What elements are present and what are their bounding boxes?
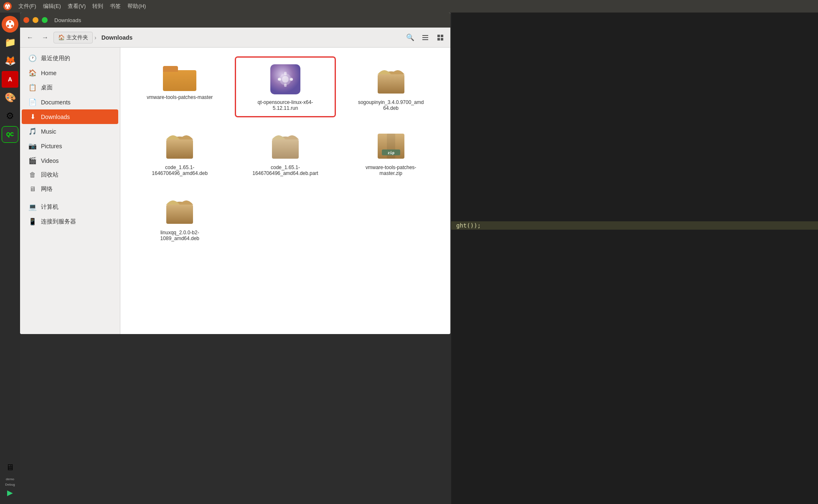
dock-firefox[interactable]: 🦊 xyxy=(2,53,18,69)
sidebar-item-desktop[interactable]: 📋 桌面 xyxy=(22,80,118,95)
dock-debug-area: 🖥 demo Debug ▶ xyxy=(2,459,18,497)
menu-bookmarks[interactable]: 书签 xyxy=(110,3,121,10)
documents-icon: 📄 xyxy=(28,98,37,106)
search-button[interactable]: 🔍 xyxy=(404,31,417,44)
svg-rect-18 xyxy=(284,72,287,75)
code-line-highlight: ght()); xyxy=(451,221,818,230)
forward-button[interactable]: → xyxy=(38,31,52,44)
downloads-icon: ⬇ xyxy=(28,113,37,121)
toolbar-right: 🔍 xyxy=(404,31,447,44)
list-view-button[interactable] xyxy=(419,31,432,44)
file-label-vmware-zip: vmware-tools-patches-master.zip xyxy=(358,165,424,176)
svg-rect-28 xyxy=(272,139,299,159)
file-label-code-deb: code_1.65.1-1646706496_amd64.deb xyxy=(146,165,213,176)
file-label-vmware-folder: vmware-tools-patches-master xyxy=(147,94,213,100)
svg-point-3 xyxy=(8,7,10,8)
file-item-linuxqq[interactable]: linuxqq_2.0.0-b2-1089_amd64.deb xyxy=(130,188,229,246)
file-item-vmware-zip[interactable]: zip vmware-tools-patches-master.zip xyxy=(341,123,440,181)
sidebar-label-music: Music xyxy=(41,128,56,135)
grid-view-button[interactable] xyxy=(434,31,447,44)
sidebar-item-recent[interactable]: 🕐 最近使用的 xyxy=(22,51,118,66)
svg-text:zip: zip xyxy=(388,151,395,155)
desktop-icon: 📋 xyxy=(28,84,37,91)
svg-rect-8 xyxy=(422,35,428,36)
folder-icon-vmware xyxy=(163,63,196,91)
file-item-qt-run[interactable]: qt-opensource-linux-x64-5.12.11.run xyxy=(236,58,335,116)
sidebar-label-downloads: Downloads xyxy=(41,114,70,120)
svg-rect-26 xyxy=(378,74,404,94)
breadcrumb-home[interactable]: 🏠 主文件夹 xyxy=(53,32,93,43)
sidebar-item-documents[interactable]: 📄 Documents xyxy=(22,95,118,109)
file-manager-window: Downloads ← → 🏠 主文件夹 › Downloads 🔍 xyxy=(20,13,450,334)
dock-files[interactable]: 📁 xyxy=(2,34,18,51)
svg-rect-14 xyxy=(441,38,443,41)
fm-content: 🕐 最近使用的 🏠 Home 📋 桌面 📄 Documents ⬇ Downlo… xyxy=(20,48,450,334)
sidebar-label-trash: 回收站 xyxy=(41,171,58,179)
svg-point-2 xyxy=(6,7,7,8)
sidebar-item-server[interactable]: 📱 连接到服务器 xyxy=(22,214,118,229)
videos-icon: 🎬 xyxy=(28,157,37,165)
dock-play-btn[interactable]: ▶ xyxy=(7,488,13,497)
dock-debug[interactable]: 🖥 xyxy=(2,459,18,476)
dock-paint[interactable]: 🎨 xyxy=(2,89,18,106)
menu-view[interactable]: 查看(V) xyxy=(68,3,86,10)
breadcrumb: 🏠 主文件夹 › Downloads xyxy=(53,32,402,43)
sidebar-item-home[interactable]: 🏠 Home xyxy=(22,66,118,80)
sidebar-item-computer[interactable]: 💻 计算机 xyxy=(22,200,118,214)
server-icon: 📱 xyxy=(28,218,37,225)
sidebar-label-computer: 计算机 xyxy=(41,203,58,211)
code-editor: ght()); xyxy=(451,13,818,504)
menu-edit[interactable]: 编辑(E) xyxy=(43,3,61,10)
file-label-qt-run: qt-opensource-linux-x64-5.12.11.run xyxy=(252,99,319,111)
file-item-sogou[interactable]: sogoupinyin_3.4.0.9700_amd64.deb xyxy=(341,58,440,116)
file-label-sogou: sogoupinyin_3.4.0.9700_amd64.deb xyxy=(358,99,424,111)
close-button[interactable] xyxy=(23,17,29,23)
ubuntu-icon[interactable] xyxy=(3,2,12,10)
dock-qc[interactable]: QC xyxy=(2,126,18,143)
svg-rect-27 xyxy=(166,139,193,159)
file-item-vmware-folder[interactable]: vmware-tools-patches-master xyxy=(130,58,229,116)
toolbar: ← → 🏠 主文件夹 › Downloads 🔍 xyxy=(20,28,450,48)
menu-file[interactable]: 文件(F) xyxy=(18,3,36,10)
sidebar-label-home: Home xyxy=(41,70,56,76)
sidebar-label-desktop: 桌面 xyxy=(41,84,53,91)
file-item-code-part[interactable]: code_1.65.1-1646706496_amd64.deb.part xyxy=(236,123,335,181)
dock-ubuntu[interactable] xyxy=(2,16,18,33)
deb-icon-linuxqq xyxy=(163,193,196,226)
pictures-icon: 📷 xyxy=(28,142,37,150)
deb-icon-part xyxy=(269,128,302,161)
breadcrumb-home-label: 主文件夹 xyxy=(66,34,88,41)
window-title: Downloads xyxy=(54,17,81,23)
svg-rect-11 xyxy=(437,35,440,37)
network-icon: 🖥 xyxy=(28,185,37,193)
sidebar-item-music[interactable]: 🎵 Music xyxy=(22,124,118,139)
menu-goto[interactable]: 转到 xyxy=(92,3,103,10)
titlebar: Downloads xyxy=(20,13,450,28)
back-button[interactable]: ← xyxy=(23,31,37,44)
minimize-button[interactable] xyxy=(33,17,38,23)
menu-help[interactable]: 帮助(H) xyxy=(127,3,146,10)
file-item-code-deb[interactable]: code_1.65.1-1646706496_amd64.deb xyxy=(130,123,229,181)
breadcrumb-separator: › xyxy=(94,34,97,41)
computer-icon: 💻 xyxy=(28,203,37,211)
sidebar-item-trash[interactable]: 🗑 回收站 xyxy=(22,168,118,182)
file-label-code-part: code_1.65.1-1646706496_amd64.deb.part xyxy=(252,165,319,176)
file-label-linuxqq: linuxqq_2.0.0-b2-1089_amd64.deb xyxy=(146,230,213,241)
code-text: ght()); xyxy=(456,222,481,229)
menubar: 文件(F) 编辑(E) 查看(V) 转到 书签 帮助(H) xyxy=(0,0,818,13)
svg-point-6 xyxy=(7,25,9,27)
sidebar-label-network: 网络 xyxy=(41,185,53,193)
dock-app1[interactable]: A xyxy=(2,71,18,88)
trash-icon: 🗑 xyxy=(28,171,37,179)
svg-rect-19 xyxy=(284,84,287,87)
maximize-button[interactable] xyxy=(42,17,48,23)
dock-settings[interactable]: ⚙ xyxy=(2,108,18,124)
sidebar-item-network[interactable]: 🖥 网络 xyxy=(22,182,118,196)
sidebar-item-downloads[interactable]: ⬇ Downloads xyxy=(22,109,118,124)
dock-debug-label: demo xyxy=(6,477,14,481)
home-icon: 🏠 xyxy=(28,69,37,77)
sidebar-item-videos[interactable]: 🎬 Videos xyxy=(22,153,118,168)
svg-rect-10 xyxy=(422,39,428,40)
deb-icon-sogou xyxy=(374,63,408,96)
sidebar-item-pictures[interactable]: 📷 Pictures xyxy=(22,139,118,153)
